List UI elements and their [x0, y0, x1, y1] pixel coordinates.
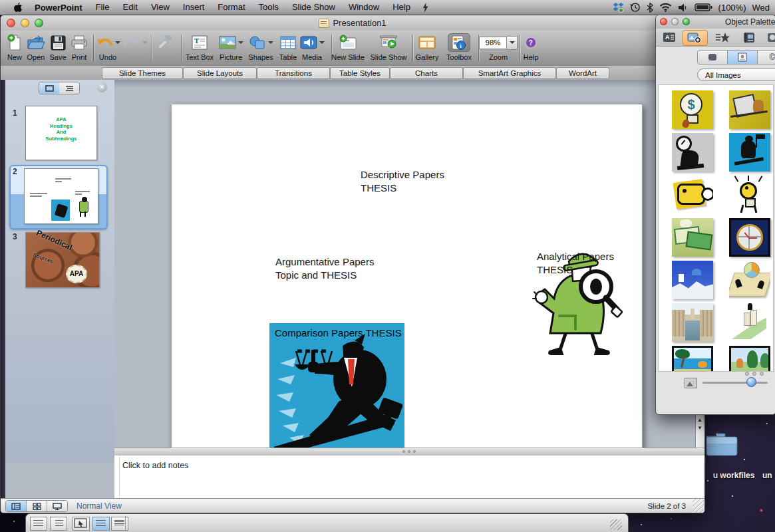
document-proxy-icon[interactable]	[319, 19, 329, 28]
slides-view-button[interactable]	[39, 82, 59, 94]
image-filter-dropdown[interactable]: All Images	[697, 68, 775, 81]
menu-view[interactable]: View	[144, 0, 176, 15]
folder-label[interactable]: u workfiles	[697, 471, 770, 480]
photos-segment[interactable]	[728, 51, 758, 64]
script-menu-icon[interactable]	[417, 3, 434, 13]
tab-smartart-graphics[interactable]: SmartArt Graphics	[463, 67, 556, 79]
compatibility-tab[interactable]	[765, 31, 775, 44]
clipart-map-figures[interactable]	[729, 261, 770, 299]
title-bar[interactable]: Presentation1	[1, 15, 704, 31]
clipart-dollar-lightbulb[interactable]: $	[672, 90, 713, 129]
scrapbook-tab[interactable]	[713, 31, 732, 44]
back-window-resize-grip[interactable]	[610, 519, 622, 530]
comparison-clipart[interactable]: Comparison Papers THESIS	[269, 323, 404, 454]
clipart-tropical-beach[interactable]	[672, 346, 713, 372]
dense-lines-icon[interactable]	[111, 517, 128, 531]
clipart-clock-figure[interactable]	[672, 133, 713, 172]
outline-view-button[interactable]	[59, 82, 79, 94]
clipart-venice-canal[interactable]	[672, 303, 713, 342]
new-slide-button[interactable]: New Slide	[327, 33, 369, 65]
argumentative-textbox[interactable]: Argumentative Papers Topic and THESIS	[275, 255, 374, 282]
palette-resize-dots[interactable]	[745, 372, 764, 376]
clipart-phone-character[interactable]	[672, 176, 713, 214]
object-palette-tab[interactable]	[685, 31, 704, 44]
tab-table-styles[interactable]: Table Styles	[330, 67, 390, 79]
wifi-icon[interactable]	[659, 3, 672, 12]
folder-icon[interactable]	[705, 431, 738, 458]
slide-show-button[interactable]: Slide Show	[367, 33, 410, 65]
clipart-santorini-buildings[interactable]	[672, 261, 713, 299]
descriptive-textbox[interactable]: Descriptive Papers THESIS	[361, 168, 444, 195]
battery-percent[interactable]: (100%)	[718, 3, 746, 13]
battery-icon[interactable]	[695, 3, 712, 11]
folder-label-2[interactable]: un	[762, 471, 772, 480]
menu-help[interactable]: Help	[386, 0, 417, 15]
slide-canvas[interactable]: Descriptive Papers THESIS Argumentative …	[171, 104, 643, 455]
copyright-segment[interactable]: ©	[758, 51, 775, 64]
scroll-down-arrow[interactable]: ▼	[696, 425, 704, 432]
background-window[interactable]	[25, 513, 629, 532]
palette-zoom-button[interactable]	[683, 18, 690, 25]
clipart-compass-clock[interactable]	[729, 218, 770, 257]
cursor-box-icon[interactable]	[73, 517, 90, 531]
zoom-value-field[interactable]: 98%	[479, 37, 507, 49]
menu-clock[interactable]: Wed	[752, 3, 770, 13]
tab-transitions[interactable]: Transitions	[257, 67, 330, 79]
menu-format[interactable]: Format	[211, 0, 251, 15]
help-button[interactable]: ? Help	[510, 33, 552, 65]
menu-file[interactable]: File	[89, 0, 116, 15]
notes-placeholder[interactable]: Click to add notes	[122, 461, 188, 470]
tab-slide-layouts[interactable]: Slide Layouts	[183, 67, 257, 79]
slider-knob[interactable]	[746, 377, 756, 387]
window-resize-grip[interactable]	[693, 499, 704, 513]
palette-title-bar[interactable]: Object Palette	[656, 15, 775, 29]
thumbnail-size-slider[interactable]	[702, 382, 768, 384]
close-pane-button[interactable]: ✕	[97, 82, 107, 92]
editor-top-shadow	[114, 80, 695, 88]
notes-pane[interactable]: Click to add notes	[114, 456, 704, 498]
align-lines-icon[interactable]	[30, 517, 47, 531]
star	[641, 524, 642, 525]
scroll-up-arrow[interactable]: ▲	[696, 417, 704, 424]
clipart-park-scene[interactable]	[729, 346, 770, 372]
slide-thumbnail-3[interactable]: Periodical Sources APA	[25, 232, 100, 288]
dropbox-icon[interactable]	[613, 3, 624, 13]
slide-thumbnail-1[interactable]: APA Headings And Subheadings	[25, 106, 97, 160]
formatting-palette-tab[interactable]: A	[660, 31, 679, 44]
apple-menu-icon[interactable]	[8, 2, 28, 13]
tab-charts[interactable]: Charts	[390, 67, 463, 79]
normal-view-button[interactable]	[6, 501, 27, 511]
time-machine-icon[interactable]	[630, 2, 641, 13]
clipart-flag-climber[interactable]	[729, 133, 770, 172]
shapes-segment[interactable]	[698, 51, 728, 64]
menu-window[interactable]: Window	[342, 0, 386, 15]
tab-wordart[interactable]: WordArt	[556, 67, 609, 79]
palette-minimize-button[interactable]	[671, 18, 679, 25]
clipart-box-carrier[interactable]	[729, 90, 770, 129]
toolbox-button[interactable]: i Toolbox	[438, 33, 480, 65]
media-menu-caret[interactable]	[319, 41, 325, 44]
layout-view-icon[interactable]	[92, 517, 110, 531]
analytical-textbox[interactable]: Analytical Papers THESIS	[537, 250, 614, 277]
indent-lines-icon[interactable]	[50, 517, 67, 531]
menu-app-name[interactable]: PowerPoint	[28, 3, 89, 13]
slide-sorter-view-button[interactable]	[27, 501, 47, 511]
clipart-money-puzzle[interactable]	[672, 218, 713, 257]
clipart-chart-buildings[interactable]	[729, 303, 770, 342]
slide-thumbnail-2[interactable]	[24, 168, 98, 224]
menu-bar: PowerPoint File Edit View Insert Format …	[0, 0, 775, 15]
volume-icon[interactable]	[678, 3, 689, 12]
tab-slide-themes[interactable]: Slide Themes	[102, 67, 183, 79]
slide-show-view-button[interactable]	[47, 501, 67, 511]
palette-close-button[interactable]	[660, 18, 667, 25]
star	[13, 521, 15, 522]
bluetooth-icon[interactable]	[647, 3, 653, 13]
clipart-lightbulb-character[interactable]	[729, 176, 770, 214]
menu-edit[interactable]: Edit	[116, 0, 144, 15]
star	[707, 480, 708, 481]
menu-tools[interactable]: Tools	[252, 0, 285, 15]
reference-tools-tab[interactable]	[740, 31, 758, 44]
comparison-textbox[interactable]: Comparison Papers THESIS	[275, 327, 402, 338]
menu-slide-show[interactable]: Slide Show	[285, 0, 342, 15]
menu-insert[interactable]: Insert	[176, 0, 212, 15]
